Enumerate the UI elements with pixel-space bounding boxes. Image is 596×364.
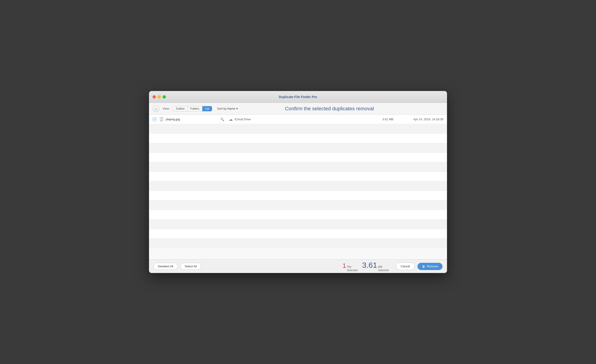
back-icon: ‹ bbox=[156, 107, 157, 110]
file-size: 3.61 MB bbox=[375, 117, 393, 121]
deselect-all-button[interactable]: Deselect All bbox=[154, 263, 178, 270]
remove-button[interactable]: 🗑 Remove bbox=[417, 263, 442, 270]
mb-selected: 3.61 bbox=[362, 261, 377, 269]
search-icon[interactable]: 🔍 bbox=[220, 117, 224, 121]
file-type-icon: JPG bbox=[159, 117, 164, 122]
empty-row bbox=[149, 153, 447, 162]
checkbox-area bbox=[153, 117, 159, 121]
stats-area: 1 FileSelected 3.61 MBSelected bbox=[343, 261, 389, 272]
file-checkbox[interactable] bbox=[153, 117, 156, 121]
empty-row bbox=[149, 200, 447, 210]
view-outline-button[interactable]: Outline bbox=[173, 106, 188, 111]
svg-text:JPG: JPG bbox=[160, 120, 162, 121]
minimize-button[interactable] bbox=[158, 95, 161, 98]
empty-row bbox=[149, 191, 447, 200]
traffic-lights bbox=[153, 95, 166, 98]
sort-button[interactable]: Sort by Name ▾ bbox=[215, 106, 239, 111]
window-title: Duplicate File Finder Pro bbox=[279, 95, 317, 99]
maximize-button[interactable] bbox=[163, 95, 166, 98]
page-title: Confirm the selected duplicates removal bbox=[243, 106, 416, 112]
empty-row bbox=[149, 181, 447, 191]
empty-row bbox=[149, 124, 447, 134]
main-window: Duplicate File Finder Pro ‹ View: Outlin… bbox=[149, 91, 447, 273]
view-list-button[interactable]: List bbox=[202, 106, 212, 111]
trash-icon: 🗑 bbox=[422, 265, 425, 268]
back-button[interactable]: ‹ bbox=[153, 105, 159, 112]
table-row: JPG playing.jpg 🔍 ☁ iCloud Drive 3.61 MB… bbox=[149, 115, 447, 124]
file-name: playing.jpg bbox=[166, 117, 220, 121]
empty-row bbox=[149, 162, 447, 172]
file-date: Apr 14, 2019, 14:16:35 bbox=[402, 117, 443, 121]
view-folders-button[interactable]: Folders bbox=[188, 106, 202, 111]
empty-row bbox=[149, 210, 447, 219]
select-all-button[interactable]: Select All bbox=[180, 263, 201, 270]
files-selected-count: 1 bbox=[343, 262, 346, 269]
close-button[interactable] bbox=[153, 95, 156, 98]
chevron-down-icon: ▾ bbox=[236, 107, 238, 110]
toolbar: ‹ View: Outline Folders List Sort by Nam… bbox=[149, 103, 447, 115]
bottom-bar: Deselect All Select All 1 FileSelected 3… bbox=[149, 259, 447, 273]
file-list: JPG playing.jpg 🔍 ☁ iCloud Drive 3.61 MB… bbox=[149, 115, 447, 259]
view-label: View: bbox=[163, 107, 170, 110]
remove-label: Remove bbox=[427, 265, 438, 268]
sort-label: Sort by Name bbox=[217, 107, 235, 110]
cancel-button[interactable]: Cancel bbox=[396, 262, 415, 270]
files-selected-label: FileSelected bbox=[347, 265, 358, 272]
empty-row bbox=[149, 172, 447, 181]
view-selector: Outline Folders List bbox=[173, 106, 212, 111]
empty-row bbox=[149, 219, 447, 229]
empty-rows bbox=[149, 124, 447, 248]
empty-row bbox=[149, 134, 447, 143]
file-location-area: ☁ iCloud Drive bbox=[229, 117, 375, 122]
title-bar: Duplicate File Finder Pro bbox=[149, 91, 447, 103]
file-actions: 🔍 bbox=[220, 117, 224, 121]
empty-row bbox=[149, 143, 447, 153]
empty-row bbox=[149, 229, 447, 239]
file-location: iCloud Drive bbox=[235, 117, 251, 121]
cloud-icon: ☁ bbox=[229, 117, 233, 122]
empty-row bbox=[149, 239, 447, 248]
mb-label: MBSelected bbox=[378, 265, 389, 272]
